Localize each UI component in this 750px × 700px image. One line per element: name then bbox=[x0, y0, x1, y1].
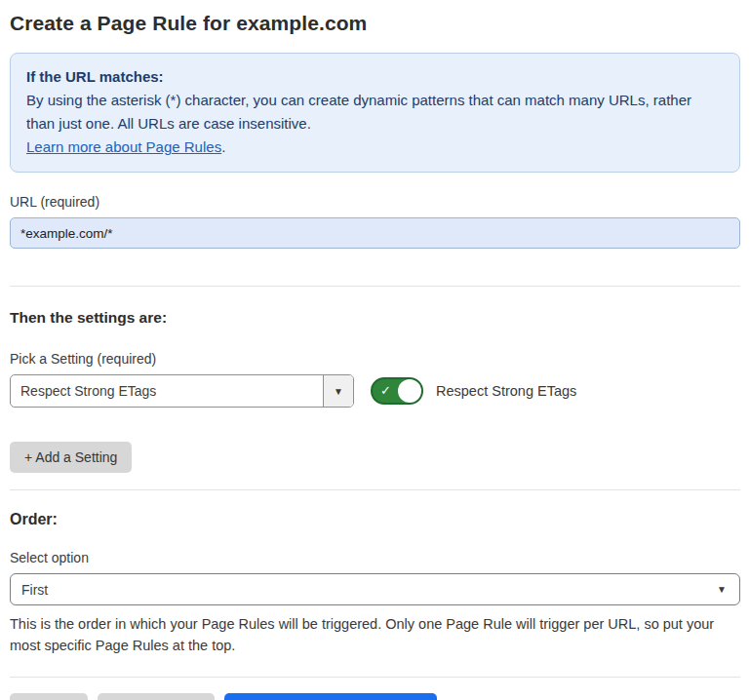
order-help-text: This is the order in which your Page Rul… bbox=[10, 613, 740, 656]
chevron-down-icon: ▼ bbox=[717, 584, 739, 595]
setting-select-arrow-segment[interactable]: ▼ bbox=[323, 375, 353, 407]
divider-footer bbox=[10, 677, 740, 678]
info-box-body: By using the asterisk (*) character, you… bbox=[26, 89, 724, 136]
order-section-heading: Order: bbox=[10, 511, 740, 528]
toggle-knob bbox=[398, 379, 421, 403]
respect-strong-etags-toggle[interactable]: ✓ bbox=[371, 377, 423, 405]
link-period: . bbox=[221, 138, 225, 155]
divider-url-settings bbox=[10, 286, 740, 287]
save-and-deploy-button[interactable]: Save and Deploy Page Rule bbox=[224, 693, 437, 700]
setting-select-value: Respect Strong ETags bbox=[11, 383, 323, 399]
order-select[interactable]: First ▼ bbox=[10, 573, 740, 605]
settings-section-heading: Then the settings are: bbox=[10, 309, 740, 327]
save-as-draft-button[interactable]: Save as Draft bbox=[98, 693, 216, 700]
info-box-link-line: Learn more about Page Rules. bbox=[26, 136, 724, 159]
add-setting-button[interactable]: + Add a Setting bbox=[10, 442, 132, 473]
url-field-label: URL (required) bbox=[10, 194, 740, 210]
check-icon: ✓ bbox=[380, 383, 391, 398]
url-input[interactable] bbox=[10, 217, 740, 249]
divider-settings-order bbox=[10, 489, 740, 490]
chevron-down-icon: ▼ bbox=[334, 386, 343, 397]
learn-more-link[interactable]: Learn more about Page Rules bbox=[26, 138, 221, 155]
url-match-info-box: If the URL matches: By using the asteris… bbox=[10, 53, 740, 173]
order-select-value: First bbox=[11, 582, 717, 598]
cancel-button[interactable]: Cancel bbox=[10, 693, 88, 700]
setting-picker-label: Pick a Setting (required) bbox=[10, 351, 740, 367]
setting-row: Respect Strong ETags ▼ ✓ Respect Strong … bbox=[10, 374, 740, 408]
setting-select[interactable]: Respect Strong ETags ▼ bbox=[10, 374, 354, 408]
page-title: Create a Page Rule for example.com bbox=[10, 12, 740, 35]
toggle-label: Respect Strong ETags bbox=[436, 383, 576, 399]
order-select-label: Select option bbox=[10, 550, 740, 565]
footer-button-row: Cancel Save as Draft Save and Deploy Pag… bbox=[10, 693, 740, 700]
info-box-heading: If the URL matches: bbox=[26, 65, 724, 89]
create-page-rule-form: Create a Page Rule for example.com If th… bbox=[0, 0, 750, 700]
